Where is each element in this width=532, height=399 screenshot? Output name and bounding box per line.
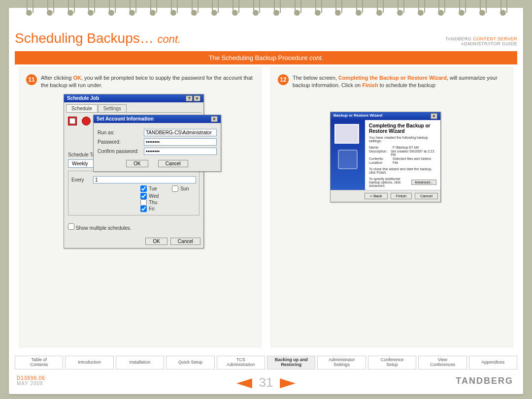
wizard-graphic [331,120,365,190]
confirm-input[interactable] [144,148,217,155]
nav-tcs[interactable]: TCSAdministration [217,356,265,369]
password-label: Password: [98,139,142,145]
schedule-icon [68,117,77,125]
doc-meta: TANDBERG CONTENT SERVER ADMINISTRATOR GU… [445,36,517,46]
nav-appendices[interactable]: Appendices [469,356,517,369]
wizard-title: Backup or Restore Wizard [333,113,383,119]
next-page-icon[interactable]: ▶ [280,375,296,390]
nav-backup[interactable]: Backing up andRestoring [267,356,315,369]
step-text: After clicking OK, you will be prompted … [41,74,254,90]
back-button[interactable]: < Back [365,193,388,199]
account-info-dialog: Set Account Information × Run as: Passwo… [93,115,221,172]
schedule-job-titlebar: Schedule Job ? × [64,94,203,102]
meta-brand: TANDBERG [445,36,473,41]
wizard-desc: Set created 5/6/2007 at 2:23 PM [391,150,436,156]
page-title: Scheduling Backups… cont. [15,31,181,46]
wizard-name: F:\Backup-07.bkf [393,146,419,149]
schedule-job-title: Schedule Job [67,95,99,101]
password-input[interactable] [144,138,217,146]
close-icon[interactable]: × [431,113,437,119]
nav-quick[interactable]: Quick Setup [166,356,214,369]
day-fri[interactable]: Fri [140,206,196,212]
step-number: 11 [26,74,37,85]
meta-guide: ADMINISTRATOR GUIDE [445,41,517,46]
wizard-location: File [393,161,398,164]
schedule-ok-button[interactable]: OK [145,238,167,245]
close-icon[interactable]: × [194,95,200,101]
spiral-binding [9,0,523,22]
wizard-heading: Completing the Backup orRestore Wizard [369,123,436,134]
finish-button[interactable]: Finish [391,193,412,199]
wizard-titlebar: Backup or Restore Wizard × [331,112,440,120]
wizard-intro: You have created the following backup se… [369,136,436,143]
day-wed[interactable]: Wed [140,193,196,199]
footer-nav: Table ofContents Introduction Installati… [15,356,517,369]
section-cont: cont. [309,54,323,61]
column-left: 11 After clicking OK, you will be prompt… [19,67,262,347]
account-ok-button[interactable]: OK [126,160,148,167]
meta-product: CONTENT SERVER [473,36,517,41]
show-multiple[interactable]: Show multiple schedules. [68,225,132,231]
account-titlebar: Set Account Information × [94,115,221,123]
column-right: 12 The below screen, Completing the Back… [270,67,513,347]
section-text: The Scheduling Backup Procedure [209,54,310,61]
step-12: 12 The below screen, Completing the Back… [278,74,506,90]
account-title: Set Account Information [97,116,154,122]
step-number: 12 [278,74,289,85]
step-11: 11 After clicking OK, you will be prompt… [26,74,254,90]
nav-install[interactable]: Installation [116,356,164,369]
every-label: Every [71,177,91,183]
day-tue[interactable]: Tue [140,185,157,192]
close-icon[interactable]: × [211,116,218,122]
day-sun[interactable]: Sun [172,185,189,192]
title-main: Scheduling Backups… [15,31,154,46]
confirm-label: Confirm password: [98,149,142,154]
tab-schedule[interactable]: Schedule [66,104,98,112]
nav-toc[interactable]: Table ofContents [15,356,63,369]
wizard-note1: To close this wizard and start the backu… [369,167,436,174]
schedule-cancel-button[interactable]: Cancel [170,238,200,245]
tab-settings[interactable]: Settings [98,104,127,112]
section-bar: The Scheduling Backup Procedure cont. [15,51,517,64]
wizard-note2: To specify additional backup options, cl… [369,177,411,187]
title-cont: cont. [158,33,181,45]
advanced-button[interactable]: Advanced... [411,180,436,185]
run-as-label: Run as: [98,130,142,135]
brand-logo: TANDBERG [456,376,513,386]
page-number: ◀ 31 ▶ [9,375,523,390]
nav-conf-setup[interactable]: ConferenceSetup [368,356,416,369]
account-cancel-button[interactable]: Cancel [158,160,188,167]
nav-intro[interactable]: Introduction [65,356,113,369]
clock-icon [82,117,91,125]
prev-page-icon[interactable]: ◀ [236,375,252,390]
step-text: The below screen, Completing the Backup … [293,74,506,90]
every-input[interactable] [93,176,196,184]
wizard-contents: Selected files and folders [393,157,431,160]
run-as-input[interactable] [144,129,217,136]
nav-view-conf[interactable]: ViewConferences [418,356,466,369]
wizard-window: Backup or Restore Wizard × Completing th… [330,112,441,202]
help-icon[interactable]: ? [186,95,193,101]
nav-admin[interactable]: AdministratorSettings [317,356,366,369]
day-thu[interactable]: Thu [140,199,196,206]
cancel-button[interactable]: Cancel [415,193,438,199]
